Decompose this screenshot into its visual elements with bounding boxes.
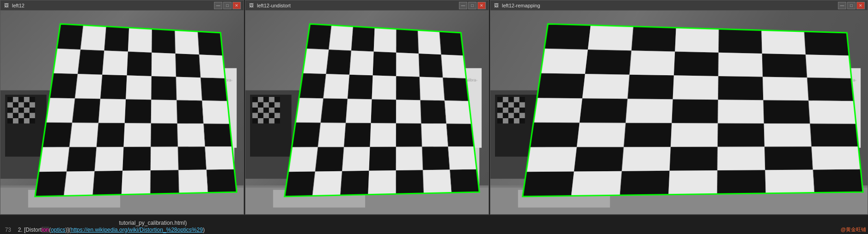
titlebar-buttons-3: — □ ✕	[838, 2, 865, 9]
image-content-1	[0, 11, 244, 214]
highlight-ion: ion	[42, 227, 49, 233]
titlebar-2: 🖼 left12-undistort — □ ✕	[245, 0, 489, 11]
windows-container: 🖼 left12 — □ ✕ 🖼 left12-undistort — □ ✕	[0, 0, 868, 215]
scene-canvas-3	[490, 11, 868, 214]
minimize-btn-1[interactable]: —	[214, 2, 222, 9]
close-btn-3[interactable]: ✕	[856, 2, 865, 9]
image-content-3	[490, 11, 868, 214]
status-text-prefix: 2. [Distort	[15, 227, 42, 233]
titlebar-buttons-2: — □ ✕	[459, 2, 486, 9]
status-close-bracket: )	[203, 227, 205, 233]
window-icon-2: 🖼	[248, 2, 255, 9]
window-remapping: 🖼 left12-remapping — □ ✕	[490, 0, 868, 215]
image-content-2	[245, 11, 489, 214]
status-line-1: tutorial_py_calibration.html)	[2, 220, 866, 226]
maximize-btn-1[interactable]: □	[223, 2, 232, 9]
minimize-btn-2[interactable]: —	[459, 2, 467, 9]
window-icon-1: 🖼	[3, 2, 10, 9]
close-btn-1[interactable]: ✕	[232, 2, 241, 9]
status-text-1: tutorial_py_calibration.html)	[2, 220, 187, 226]
status-paren-close: )](	[65, 227, 70, 233]
scene-canvas-1	[0, 11, 244, 214]
minimize-btn-3[interactable]: —	[838, 2, 846, 9]
line-number: 73	[2, 227, 11, 233]
scene-canvas-2	[245, 11, 489, 214]
window-left12: 🖼 left12 — □ ✕	[0, 0, 244, 215]
close-btn-2[interactable]: ✕	[477, 2, 486, 9]
titlebar-text-1: left12	[12, 3, 214, 8]
titlebar-text-3: left12-remapping	[502, 3, 838, 8]
maximize-btn-3[interactable]: □	[847, 2, 856, 9]
titlebar-3: 🖼 left12-remapping — □ ✕	[490, 0, 868, 11]
wiki-link[interactable]: https://en.wikipedia.org/wiki/Distortion…	[71, 227, 203, 233]
optics-link[interactable]: optics	[51, 227, 65, 233]
maximize-btn-2[interactable]: □	[468, 2, 477, 9]
status-line-2: 73 2. [Distortion (optics)](https://en.w…	[2, 226, 866, 233]
window-icon-3: 🖼	[493, 2, 500, 9]
titlebar-1: 🖼 left12 — □ ✕	[0, 0, 244, 11]
titlebar-text-2: left12-undistort	[257, 3, 459, 8]
watermark-text: @黄金旺铺	[841, 226, 866, 233]
window-undistort: 🖼 left12-undistort — □ ✕	[245, 0, 489, 215]
status-bar: tutorial_py_calibration.html) 73 2. [Dis…	[0, 215, 868, 234]
titlebar-buttons-1: — □ ✕	[214, 2, 241, 9]
